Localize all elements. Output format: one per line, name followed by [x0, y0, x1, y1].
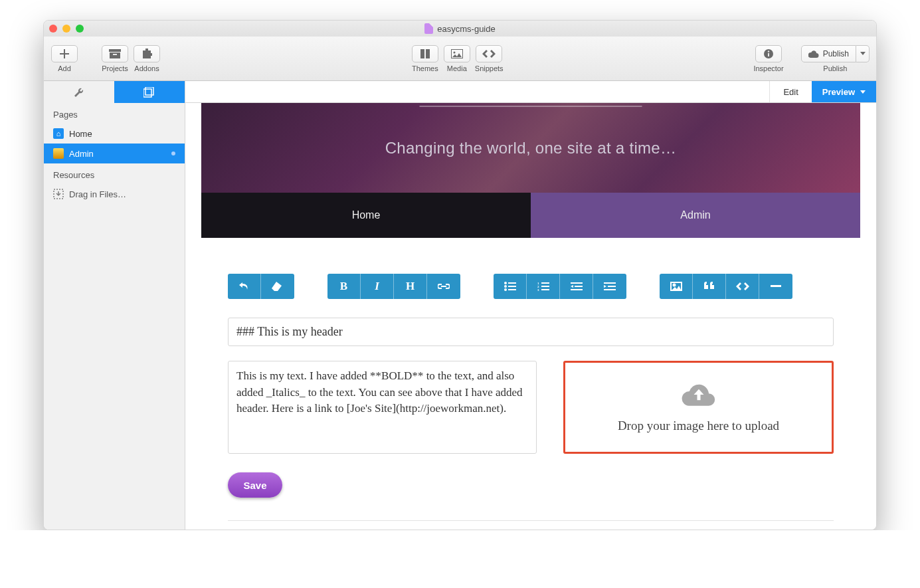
toolbar-inspector[interactable]: Inspector	[753, 45, 783, 72]
bold-icon: B	[340, 280, 347, 293]
toolbar-projects-label: Projects	[102, 64, 128, 72]
svg-point-13	[504, 282, 507, 284]
svg-rect-25	[571, 282, 583, 284]
sidebar-item-label: Home	[69, 129, 92, 139]
chevron-down-icon	[860, 52, 866, 55]
main-toolbar: Add Projects Addons Themes Media	[44, 37, 876, 81]
svg-rect-20	[541, 282, 549, 284]
svg-rect-27	[571, 289, 583, 290]
svg-point-15	[504, 285, 507, 288]
document-icon	[424, 23, 433, 34]
titlebar: easycms-guide	[44, 21, 876, 37]
publish-dropdown[interactable]	[856, 45, 870, 62]
toolbar-themes[interactable]: Themes	[411, 45, 439, 72]
resources-section-title: Resources	[44, 163, 185, 184]
edit-label: Edit	[783, 87, 798, 97]
preview-frame: Changing the world, one site at a time… …	[185, 103, 876, 530]
puzzle-icon	[141, 49, 152, 59]
site-canvas: Changing the world, one site at a time… …	[201, 103, 860, 530]
image-button[interactable]	[660, 274, 693, 299]
body: Pages ⌂ Home Admin Resources Drag in Fil…	[44, 81, 876, 530]
undo-icon	[238, 281, 250, 292]
sidebar-item-label: Admin	[69, 149, 94, 159]
wrench-icon	[74, 87, 84, 98]
svg-point-32	[673, 284, 675, 286]
outdent-icon	[571, 282, 583, 291]
image-icon	[451, 49, 463, 58]
minus-icon	[771, 285, 781, 288]
preview-label: Preview	[822, 87, 855, 97]
svg-point-9	[768, 50, 769, 52]
toolbar-snippets[interactable]: Snippets	[475, 45, 504, 72]
toolbar-add-label: Add	[58, 64, 71, 72]
svg-rect-8	[768, 53, 769, 56]
svg-rect-22	[541, 286, 549, 287]
svg-rect-4	[426, 49, 430, 58]
heading-icon: H	[406, 280, 414, 293]
content-area: Edit Preview Changing the world, one sit…	[185, 81, 876, 530]
toolbar-publish-label: Publish	[823, 64, 847, 72]
info-icon	[763, 49, 774, 59]
nav-home[interactable]: Home	[201, 193, 531, 238]
toolbar-projects[interactable]: Projects	[101, 45, 129, 72]
archive-icon	[109, 49, 121, 58]
site-footer: © 2016 Robert Ziebol Contact Me	[228, 520, 834, 530]
toolbar-inspector-label: Inspector	[753, 64, 783, 72]
page-modified-dot	[171, 151, 175, 155]
toolbar-themes-label: Themes	[412, 64, 438, 72]
outdent-button[interactable]	[560, 274, 593, 299]
heading-button[interactable]: H	[394, 274, 427, 299]
quote-button[interactable]	[693, 274, 726, 299]
undo-button[interactable]	[228, 274, 261, 299]
box-icon	[53, 148, 64, 159]
sidebar-tab-settings[interactable]	[44, 81, 114, 103]
save-button-label: Save	[243, 480, 266, 491]
publish-button[interactable]: Publish	[801, 45, 856, 62]
body-textarea[interactable]	[228, 361, 537, 454]
image-dropzone[interactable]: Drop your image here to upload	[563, 361, 834, 454]
sidebar-item-admin[interactable]: Admin	[44, 144, 185, 163]
plus-icon	[60, 49, 69, 58]
nav-admin[interactable]: Admin	[531, 193, 860, 238]
hero-divider	[420, 106, 642, 107]
link-icon	[438, 283, 450, 290]
toolbar-snippets-label: Snippets	[475, 64, 504, 72]
sidebar-tab-pages[interactable]	[114, 81, 185, 103]
hero-tagline: Changing the world, one site at a time…	[385, 139, 677, 157]
toolbar-media[interactable]: Media	[443, 45, 471, 72]
palette-icon	[420, 49, 430, 59]
italic-button[interactable]: I	[361, 274, 394, 299]
svg-rect-33	[771, 285, 781, 287]
ul-button[interactable]	[494, 274, 527, 299]
window-title: easycms-guide	[44, 23, 876, 34]
content-topbar: Edit Preview	[185, 81, 876, 103]
picture-icon	[670, 282, 682, 291]
svg-text:3: 3	[537, 288, 539, 291]
ol-button[interactable]: 123	[527, 274, 560, 299]
svg-rect-11	[143, 89, 151, 97]
save-button[interactable]: Save	[228, 472, 282, 498]
toolbar-add[interactable]: Add	[50, 45, 78, 72]
header-input[interactable]	[228, 318, 834, 346]
chevron-down-icon	[860, 90, 866, 94]
drag-files-label: Drag in Files…	[69, 189, 126, 199]
bold-button[interactable]: B	[327, 274, 361, 299]
eraser-icon	[272, 282, 284, 291]
toolbar-media-label: Media	[447, 64, 467, 72]
dropzone-text: Drop your image here to upload	[618, 419, 779, 433]
svg-rect-0	[109, 49, 121, 52]
code-button[interactable]	[726, 274, 759, 299]
toolbar-addons[interactable]: Addons	[133, 45, 161, 72]
indent-button[interactable]	[593, 274, 626, 299]
quote-icon	[704, 282, 715, 291]
sidebar-item-home[interactable]: ⌂ Home	[44, 124, 185, 144]
hr-button[interactable]	[759, 274, 792, 299]
clear-button[interactable]	[261, 274, 294, 299]
link-button[interactable]	[427, 274, 460, 299]
drag-files-item[interactable]: Drag in Files…	[44, 184, 185, 204]
preview-mode-button[interactable]: Preview	[812, 81, 876, 102]
toolbar-addons-label: Addons	[134, 64, 159, 72]
code-icon	[482, 50, 496, 58]
download-box-icon	[53, 189, 64, 199]
edit-mode-button[interactable]: Edit	[769, 81, 811, 102]
